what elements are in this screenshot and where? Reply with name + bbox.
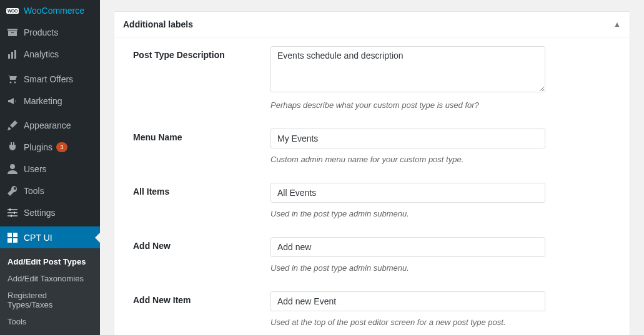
- admin-sidebar: WOO WooCommerce Products Analytics Smart…: [0, 0, 100, 335]
- panel-body: Post Type Description Perhaps describe w…: [114, 37, 630, 327]
- sidebar-item-smart-offers[interactable]: Smart Offers: [0, 68, 100, 90]
- svg-rect-16: [13, 233, 17, 237]
- submenu-item-label: Registered Types/Taxes: [7, 291, 52, 309]
- submenu-item-label: Add/Edit Taxonomies: [7, 274, 84, 283]
- field-control: Used in the post type admin submenu.: [270, 183, 545, 218]
- sidebar-item-analytics[interactable]: Analytics: [0, 44, 100, 66]
- sidebar-item-label: Smart Offers: [24, 74, 73, 84]
- svg-rect-17: [7, 238, 12, 243]
- panel-header[interactable]: Additional labels ▲: [114, 12, 630, 37]
- field-all-items: All Items Used in the post type admin su…: [133, 183, 623, 218]
- submenu-item-add-edit-post-types[interactable]: Add/Edit Post Types: [0, 253, 100, 270]
- sidebar-item-label: Appearance: [24, 120, 71, 130]
- svg-rect-10: [7, 212, 17, 213]
- svg-rect-13: [14, 211, 15, 214]
- field-hint: Custom admin menu name for your custom p…: [270, 155, 545, 164]
- sidebar-item-label: Plugins: [24, 142, 52, 152]
- main-content: Additional labels ▲ Post Type Descriptio…: [100, 0, 644, 335]
- field-control: Perhaps describe what your custom post t…: [270, 46, 545, 110]
- submenu-item-add-edit-taxonomies[interactable]: Add/Edit Taxonomies: [0, 270, 100, 287]
- svg-rect-1: [8, 31, 17, 36]
- sidebar-item-label: WooCommerce: [24, 6, 84, 16]
- menu-name-input[interactable]: [270, 129, 545, 148]
- field-label: All Items: [133, 183, 270, 218]
- field-label: Post Type Description: [133, 46, 270, 110]
- sidebar-submenu: Add/Edit Post Types Add/Edit Taxonomies …: [0, 248, 100, 335]
- svg-rect-3: [8, 54, 10, 59]
- sidebar-item-label: Users: [24, 164, 47, 174]
- post-type-description-input[interactable]: [270, 46, 545, 92]
- field-menu-name: Menu Name Custom admin menu name for you…: [133, 129, 623, 164]
- field-hint: Used at the top of the post editor scree…: [270, 318, 545, 327]
- sidebar-item-cpt-ui[interactable]: CPT UI: [0, 226, 100, 248]
- svg-rect-9: [7, 209, 17, 210]
- field-hint: Used in the post type admin submenu.: [270, 263, 545, 273]
- sidebar-item-users[interactable]: Users: [0, 158, 100, 180]
- woocommerce-icon: WOO: [6, 4, 19, 17]
- svg-rect-11: [7, 215, 17, 216]
- svg-rect-18: [13, 238, 17, 243]
- add-new-input[interactable]: [270, 237, 545, 257]
- bars-icon: [6, 48, 19, 61]
- svg-rect-5: [14, 50, 16, 59]
- svg-point-8: [10, 164, 15, 169]
- field-label: Menu Name: [133, 129, 270, 164]
- sidebar-item-woocommerce[interactable]: WOO WooCommerce: [0, 0, 100, 22]
- svg-rect-15: [7, 233, 12, 237]
- sliders-icon: [6, 206, 19, 219]
- additional-labels-panel: Additional labels ▲ Post Type Descriptio…: [114, 11, 630, 335]
- svg-point-6: [10, 81, 12, 83]
- submenu-item-registered-types[interactable]: Registered Types/Taxes: [0, 287, 100, 313]
- field-label: Add New Item: [133, 291, 270, 327]
- collapse-toggle-icon: ▲: [613, 20, 621, 29]
- svg-rect-14: [11, 215, 12, 217]
- panel-title: Additional labels: [123, 19, 193, 29]
- sidebar-item-label: Products: [24, 27, 58, 37]
- field-add-new-item: Add New Item Used at the top of the post…: [133, 291, 623, 327]
- sidebar-item-label: CPT UI: [24, 233, 52, 243]
- archive-icon: [6, 26, 19, 39]
- brush-icon: [6, 119, 19, 132]
- user-icon: [6, 163, 19, 175]
- svg-rect-0: [7, 29, 17, 31]
- add-new-item-input[interactable]: [270, 291, 545, 311]
- sidebar-item-plugins[interactable]: Plugins 3: [0, 137, 100, 158]
- field-control: Used in the post type admin submenu.: [270, 237, 545, 273]
- all-items-input[interactable]: [270, 183, 545, 203]
- field-hint: Used in the post type admin submenu.: [270, 209, 545, 218]
- sidebar-item-marketing[interactable]: Marketing: [0, 90, 100, 112]
- submenu-item-tools[interactable]: Tools: [0, 313, 100, 330]
- sidebar-item-label: Analytics: [24, 49, 59, 59]
- svg-rect-2: [11, 32, 14, 33]
- svg-rect-4: [11, 52, 13, 59]
- field-add-new: Add New Used in the post type admin subm…: [133, 237, 623, 273]
- field-control: Used at the top of the post editor scree…: [270, 291, 545, 327]
- sidebar-item-label: Settings: [24, 208, 56, 218]
- sidebar-item-products[interactable]: Products: [0, 22, 100, 44]
- wrench-icon: [6, 185, 19, 197]
- sidebar-item-label: Marketing: [24, 96, 62, 106]
- field-hint: Perhaps describe what your custom post t…: [270, 100, 545, 110]
- submenu-item-label: Tools: [7, 317, 26, 326]
- sidebar-item-settings[interactable]: Settings: [0, 201, 100, 223]
- svg-point-7: [14, 81, 16, 83]
- sidebar-item-appearance[interactable]: Appearance: [0, 115, 100, 137]
- field-control: Custom admin menu name for your custom p…: [270, 129, 545, 164]
- sidebar-item-label: Tools: [24, 186, 44, 196]
- svg-rect-12: [9, 208, 11, 211]
- update-badge: 3: [56, 142, 67, 152]
- field-post-type-description: Post Type Description Perhaps describe w…: [133, 46, 623, 110]
- grid-icon: [6, 231, 19, 244]
- field-label: Add New: [133, 237, 270, 273]
- submenu-item-label: Add/Edit Post Types: [7, 257, 86, 266]
- megaphone-icon: [6, 95, 19, 107]
- cart-icon: [6, 73, 19, 85]
- plug-icon: [6, 141, 19, 153]
- sidebar-item-tools[interactable]: Tools: [0, 180, 100, 202]
